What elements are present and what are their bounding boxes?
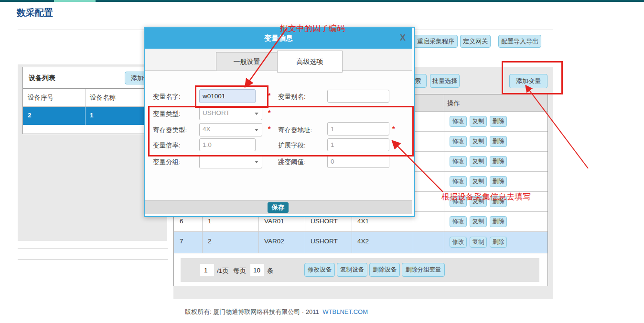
batch-select-button[interactable]: 批量选择: [430, 74, 460, 88]
ext-field-label: 扩展字段:: [278, 141, 306, 150]
copy-button[interactable]: 复制: [470, 176, 487, 187]
variable-info-modal: 变量信息 X 一般设置 高级选项 变量名字: * 变量别名: 变量类型: USH…: [144, 27, 415, 217]
required-mark: *: [268, 125, 270, 133]
annotation-top-note: 报文中的因子编码: [280, 23, 345, 34]
per-page-label: 每页: [233, 267, 246, 275]
ext-field-input[interactable]: [327, 138, 389, 151]
var-alias-label: 变量别名:: [278, 93, 306, 101]
device-list-title: 设备列表: [29, 74, 55, 83]
copyright-text: 版权所有: 厦门物通博联网络科技有限公司 · 2011: [185, 308, 319, 315]
delete-group-variable-button[interactable]: 删除分组变量: [402, 263, 445, 277]
unit-label: 条: [267, 267, 274, 275]
device-cell-serial: 2: [28, 112, 32, 119]
jump-threshold-input[interactable]: [327, 155, 389, 168]
device-col-serial: 设备序号: [28, 94, 54, 102]
copy-device-button[interactable]: 复制设备: [337, 263, 367, 277]
var-rate-input[interactable]: [199, 138, 256, 151]
footer: 版权所有: 厦门物通博联网络科技有限公司 · 2011 WTBLNET.COM: [185, 308, 368, 316]
header-divider: [444, 94, 444, 111]
edit-device-button[interactable]: 修改设备: [304, 263, 335, 277]
var-type-select[interactable]: USHORT: [199, 107, 262, 120]
page-count-label: /1页: [217, 267, 229, 275]
copy-button[interactable]: 复制: [470, 116, 487, 127]
cell: VAR01: [264, 218, 284, 225]
var-type-value: USHORT: [203, 109, 230, 116]
add-variable-button[interactable]: 添加变量: [509, 74, 547, 88]
topbar-progress-segment: [54, 0, 96, 2]
modal-header[interactable]: 变量信息 X: [145, 28, 412, 49]
close-icon[interactable]: X: [400, 33, 406, 43]
device-cell-name: 1: [90, 112, 94, 119]
edit-button[interactable]: 修改: [450, 156, 467, 167]
annotation-bottom-note: 根据设备采集信息去填写: [441, 191, 531, 202]
chevron-down-icon: [255, 161, 258, 163]
table-row-selected[interactable]: 7 2 VAR02 USHORT 4X2 修改 复制 删除: [174, 232, 547, 253]
var-group-select[interactable]: [199, 155, 262, 168]
required-mark: *: [268, 92, 270, 99]
cell: 2: [208, 238, 212, 245]
cell: VAR02: [264, 238, 284, 245]
reg-type-select[interactable]: 4X: [199, 123, 262, 136]
op-column-header: 操作: [447, 99, 460, 108]
var-name-label: 变量名字:: [153, 93, 181, 101]
modal-title: 变量信息: [145, 34, 412, 43]
reg-addr-input[interactable]: [327, 122, 389, 135]
var-group-label: 变量分组:: [153, 158, 181, 167]
page: 数采配置 重启采集程序 定义网关 配置导入导出 设备列表 添加设备 设备序号 设…: [0, 0, 644, 323]
delete-button[interactable]: 删除: [490, 136, 507, 147]
chevron-down-icon: [255, 113, 258, 115]
modal-footer: 保存: [145, 200, 412, 214]
pagination-bar: /1页 每页 条 修改设备 复制设备 删除设备 删除分组变量: [181, 258, 539, 282]
edit-button[interactable]: 修改: [450, 116, 467, 127]
delete-button[interactable]: 删除: [490, 216, 507, 227]
jump-threshold-label: 跳变阈值:: [278, 158, 306, 167]
save-button[interactable]: 保存: [268, 202, 289, 213]
per-page-input[interactable]: [250, 264, 264, 276]
required-mark: *: [392, 125, 395, 133]
device-col-divider: [85, 89, 86, 106]
page-number-input[interactable]: [200, 264, 214, 276]
delete-button[interactable]: 删除: [490, 176, 507, 187]
var-type-label: 变量类型:: [153, 110, 181, 118]
var-rate-label: 变量倍率:: [153, 141, 181, 150]
cell: 6: [180, 218, 183, 225]
tab-general-settings[interactable]: 一般设置: [216, 52, 278, 71]
required-mark: *: [268, 109, 270, 116]
topbar: [0, 0, 644, 2]
edit-button[interactable]: 修改: [450, 136, 467, 147]
config-import-export-button[interactable]: 配置导入导出: [498, 35, 541, 48]
chevron-down-icon: [255, 129, 258, 131]
cell: 4X2: [357, 238, 369, 245]
var-name-input[interactable]: [199, 89, 256, 103]
cell: 4X1: [357, 218, 369, 225]
var-alias-input[interactable]: [327, 90, 389, 103]
delete-button[interactable]: 删除: [490, 237, 507, 248]
tab-advanced-options[interactable]: 高级选项: [277, 51, 343, 73]
device-col-name: 设备名称: [90, 94, 116, 102]
cell: USHORT: [311, 238, 338, 245]
define-gateway-button[interactable]: 定义网关: [460, 35, 491, 48]
reg-type-value: 4X: [203, 125, 211, 133]
page-title: 数采配置: [17, 7, 53, 19]
footer-link[interactable]: WTBLNET.COM: [322, 308, 368, 315]
left-separator-2: [18, 259, 168, 260]
copy-button[interactable]: 复制: [470, 237, 487, 248]
cell: 7: [180, 238, 183, 245]
device-row-divider: [85, 107, 86, 125]
delete-button[interactable]: 删除: [490, 156, 507, 167]
restart-collector-button[interactable]: 重启采集程序: [414, 35, 458, 48]
delete-device-button[interactable]: 删除设备: [369, 263, 400, 277]
delete-button[interactable]: 删除: [490, 116, 507, 127]
edit-button[interactable]: 修改: [450, 216, 467, 227]
cell: USHORT: [311, 218, 338, 225]
cell: 1: [208, 218, 212, 225]
edit-button[interactable]: 修改: [450, 237, 467, 248]
reg-type-label: 寄存器类型:: [153, 126, 187, 135]
copy-button[interactable]: 复制: [470, 136, 487, 147]
edit-button[interactable]: 修改: [450, 176, 467, 187]
reg-addr-label: 寄存器地址:: [278, 126, 312, 135]
copy-button[interactable]: 复制: [470, 156, 487, 167]
copy-button[interactable]: 复制: [470, 216, 487, 227]
left-separator-1: [18, 248, 168, 249]
